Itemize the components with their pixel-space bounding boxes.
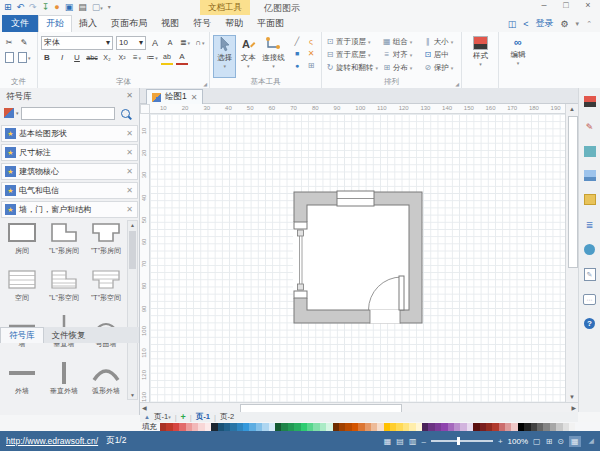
grid-toggle-icon[interactable]: ▦ bbox=[569, 436, 581, 447]
symbol-t-space[interactable]: "T"形空间 bbox=[85, 267, 127, 313]
page-selector[interactable]: 页-1▾ bbox=[154, 412, 171, 422]
library-section-basic-shapes[interactable]: ★ 基本绘图形状 ✕ bbox=[1, 125, 138, 142]
qat-overflow-button[interactable]: ▾ bbox=[108, 1, 111, 14]
library-section-dimensioning[interactable]: ★ 尺寸标注 ✕ bbox=[1, 144, 138, 161]
library-panel-close-icon[interactable]: ✕ bbox=[126, 88, 133, 104]
tab-floor-plan[interactable]: 平面图 bbox=[250, 15, 291, 32]
scrollbar-thumb[interactable] bbox=[568, 116, 578, 268]
scrollbar-thumb[interactable] bbox=[129, 231, 136, 269]
annotation-icon[interactable]: ✎ bbox=[584, 268, 596, 281]
size-button[interactable]: ∥大小▾ bbox=[423, 35, 458, 48]
section-close-icon[interactable]: ✕ bbox=[126, 205, 133, 214]
tab-view[interactable]: 视图 bbox=[154, 15, 186, 32]
fill-swatch[interactable] bbox=[569, 423, 575, 431]
fit-page-icon[interactable]: ▢ bbox=[533, 437, 541, 446]
section-close-icon[interactable]: ✕ bbox=[126, 186, 133, 195]
website-link[interactable]: http://www.edrawsoft.cn/ bbox=[6, 436, 98, 446]
comment-bubble-icon[interactable]: ⋯ bbox=[583, 294, 596, 305]
distribute-button[interactable]: ⊞分布▾ bbox=[382, 61, 421, 74]
underline-button[interactable]: U bbox=[71, 52, 83, 64]
symbol-vertical-exterior-wall[interactable]: 垂直外墙 bbox=[43, 360, 85, 406]
center-button[interactable]: ⊡居中 bbox=[423, 48, 458, 61]
ellipse-tool-button[interactable]: ● bbox=[291, 59, 303, 71]
text-highlight-button[interactable]: ab bbox=[161, 51, 173, 65]
library-books-icon[interactable] bbox=[4, 108, 14, 118]
format-painter-button[interactable]: ✎ bbox=[18, 37, 30, 49]
bold-button[interactable]: B bbox=[41, 52, 53, 64]
send-to-back-button[interactable]: ⊟置于底层▾ bbox=[325, 48, 380, 61]
document-tab[interactable]: 绘图1 ✕ bbox=[146, 89, 203, 104]
share-icon[interactable]: < bbox=[523, 19, 528, 29]
scroll-left-icon[interactable]: ◀ bbox=[142, 404, 147, 411]
vertical-scrollbar[interactable]: ▲ ▼ bbox=[565, 104, 578, 402]
symbol-exterior-wall[interactable]: 外墙 bbox=[1, 360, 43, 406]
tab-insert[interactable]: 插入 bbox=[72, 15, 104, 32]
symbol-search-input[interactable] bbox=[21, 107, 115, 120]
section-close-icon[interactable]: ✕ bbox=[126, 129, 133, 138]
library-books-caret-icon[interactable]: ▾ bbox=[16, 110, 19, 116]
notes-document-icon[interactable]: ≣ bbox=[583, 218, 596, 231]
symbol-t-room[interactable]: "T"形房间 bbox=[85, 220, 127, 266]
paste-button[interactable] bbox=[3, 52, 15, 64]
copy-button[interactable]: ▾ bbox=[18, 52, 31, 64]
symbol-l-room[interactable]: "L"形房间 bbox=[43, 220, 85, 266]
window-top[interactable] bbox=[337, 191, 374, 206]
font-size-combo[interactable]: 10▾ bbox=[116, 36, 146, 50]
scroll-right-icon[interactable]: ▶ bbox=[571, 404, 576, 411]
bring-to-front-button[interactable]: ⊡置于顶层▾ bbox=[325, 35, 380, 48]
clipart-folder-icon[interactable] bbox=[584, 194, 596, 205]
style-button[interactable]: 样式▾ bbox=[465, 35, 496, 78]
scroll-down-icon[interactable]: ▼ bbox=[566, 394, 578, 400]
scroll-down-icon[interactable]: ▼ bbox=[128, 392, 137, 398]
undo-button[interactable]: ↶ bbox=[17, 1, 25, 14]
tab-help[interactable]: 帮助 bbox=[218, 15, 250, 32]
section-close-icon[interactable]: ✕ bbox=[126, 148, 133, 157]
floor-plan-drawing[interactable] bbox=[150, 114, 565, 402]
feedback-icon[interactable]: ◫ bbox=[508, 19, 517, 29]
grow-font-button[interactable]: A bbox=[149, 37, 161, 49]
section-close-icon[interactable]: ✕ bbox=[126, 167, 133, 176]
line-tool-button[interactable]: ╱ bbox=[291, 35, 303, 47]
delete-tool-button[interactable]: ✕ bbox=[305, 47, 317, 59]
group-button[interactable]: ▦组合▾ bbox=[382, 35, 421, 48]
fit-width-icon[interactable]: ⊞ bbox=[546, 437, 553, 446]
italic-button[interactable]: I bbox=[56, 52, 68, 64]
add-page-button[interactable]: + bbox=[181, 412, 186, 422]
search-icon[interactable] bbox=[121, 109, 130, 118]
normal-view-icon[interactable]: ▦ bbox=[384, 437, 392, 446]
superscript-button[interactable]: X² bbox=[116, 52, 128, 64]
zoom-in-button[interactable]: + bbox=[498, 437, 503, 446]
close-button[interactable]: × bbox=[582, 0, 594, 10]
gear-icon[interactable]: ⚙ bbox=[561, 19, 569, 29]
arrange-dialog-launcher-icon[interactable]: ◢ bbox=[455, 81, 459, 87]
collapse-pages-icon[interactable]: ▲ bbox=[144, 414, 150, 420]
font-name-combo[interactable]: 宋体▾ bbox=[41, 36, 113, 50]
text-tool-button[interactable]: A 文本▾ bbox=[236, 35, 259, 78]
edit-find-button[interactable]: ∞ 编辑▾ bbox=[503, 35, 534, 78]
connector-tool-button[interactable]: 连接线▾ bbox=[260, 35, 287, 78]
strikethrough-button[interactable]: abc bbox=[86, 52, 98, 64]
save-button[interactable]: ▣ bbox=[65, 1, 74, 14]
symbol-room[interactable]: 房间 bbox=[1, 220, 43, 266]
scroll-up-icon[interactable]: ▲ bbox=[566, 106, 578, 112]
curve-tool-button[interactable]: ς bbox=[305, 35, 317, 47]
maximize-button[interactable]: □ bbox=[560, 0, 572, 10]
redo-button[interactable]: ↷ bbox=[29, 1, 37, 14]
protect-button[interactable]: ⊘保护▾ bbox=[423, 61, 458, 74]
tab-symbols[interactable]: 符号 bbox=[186, 15, 218, 32]
tab-file-recovery[interactable]: 文件恢复 bbox=[44, 327, 94, 343]
align-button[interactable]: ≡对齐▾ bbox=[382, 48, 421, 61]
picture-icon[interactable] bbox=[584, 170, 596, 181]
settings-caret-icon[interactable]: ▾ bbox=[576, 20, 580, 28]
format-painter-icon[interactable] bbox=[584, 96, 596, 107]
drawing-canvas[interactable] bbox=[150, 114, 565, 402]
cut-button[interactable]: ✂ bbox=[3, 37, 15, 49]
text-arc-button[interactable]: ∩▾ bbox=[194, 37, 206, 49]
color-swatch-icon[interactable] bbox=[584, 146, 596, 157]
line-spacing-button[interactable]: ≡▾ bbox=[131, 52, 143, 64]
page-tab-1[interactable]: 页-1 bbox=[196, 412, 210, 422]
tab-home[interactable]: 开始 bbox=[38, 15, 72, 32]
library-section-building-core[interactable]: ★ 建筑物核心 ✕ bbox=[1, 163, 138, 180]
library-scrollbar[interactable]: ▲ ▼ bbox=[127, 220, 138, 400]
page-view-icon[interactable]: ▤ bbox=[396, 437, 404, 446]
